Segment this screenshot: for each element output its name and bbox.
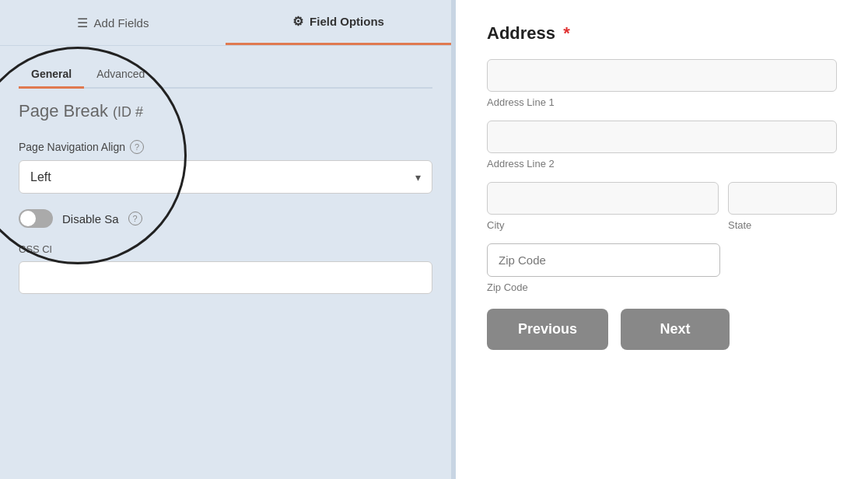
zip-input[interactable] <box>487 243 720 277</box>
field-options-label: Field Options <box>310 15 384 28</box>
navigation-alignment-help-icon[interactable]: ? <box>130 140 144 154</box>
address-line2-input[interactable] <box>487 121 837 153</box>
state-label: State <box>728 219 837 231</box>
field-id: (ID # <box>113 104 143 120</box>
address-line1-input[interactable] <box>487 59 837 92</box>
sub-tab-general-label: General <box>31 68 72 80</box>
next-button[interactable]: Next <box>621 309 730 350</box>
toggle-knob <box>20 211 36 226</box>
required-star: * <box>563 23 570 43</box>
navigation-alignment-select[interactable]: Left Center Right <box>19 161 432 193</box>
sub-tab-general[interactable]: General <box>19 61 84 89</box>
city-label: City <box>487 219 719 231</box>
tab-bar: ☰ Add Fields ⚙ Field Options <box>0 0 451 46</box>
disable-section-toggle[interactable] <box>19 209 53 228</box>
disable-section-label: Disable Sa <box>62 212 119 226</box>
sub-tabs: General Advanced <box>19 61 432 89</box>
navigation-alignment-select-wrapper: Left Center Right ▾ <box>19 160 432 194</box>
zip-label: Zip Code <box>487 281 837 293</box>
disable-section-row: Disable Sa ? <box>19 209 432 228</box>
add-fields-label: Add Fields <box>94 16 149 30</box>
navigation-alignment-group: Page Navigation Align ? Left Center Righ… <box>19 140 432 194</box>
address-line2-label: Address Line 2 <box>487 158 837 170</box>
left-panel: ☰ Add Fields ⚙ Field Options General Adv… <box>0 0 451 479</box>
tab-field-options[interactable]: ⚙ Field Options <box>226 0 451 45</box>
field-options-icon: ⚙ <box>292 14 303 29</box>
sub-tab-advanced[interactable]: Advanced <box>84 61 157 87</box>
previous-button[interactable]: Previous <box>487 309 608 350</box>
address-line1-label: Address Line 1 <box>487 96 837 108</box>
right-panel: Address * Address Line 1 Address Line 2 … <box>456 0 868 479</box>
tab-add-fields[interactable]: ☰ Add Fields <box>0 0 226 45</box>
nav-buttons: Previous Next <box>487 309 837 350</box>
state-input[interactable]: Alabama <box>728 182 837 215</box>
panel-content: General Advanced Page Break (ID # Page N… <box>0 46 451 479</box>
sub-tab-advanced-label: Advanced <box>96 68 145 80</box>
field-title: Page Break (ID # <box>19 101 432 121</box>
navigation-alignment-label: Page Navigation Align ? <box>19 140 432 154</box>
disable-section-help-icon[interactable]: ? <box>128 212 142 226</box>
css-class-input[interactable] <box>19 261 432 294</box>
city-state-labels: City State <box>487 219 837 231</box>
css-class-group: CSS Cl <box>19 243 432 294</box>
city-input[interactable] <box>487 182 719 215</box>
css-class-label: CSS Cl <box>19 243 432 255</box>
city-state-row: Alabama <box>487 182 837 215</box>
address-title: Address * <box>487 23 837 44</box>
add-fields-icon: ☰ <box>77 16 88 30</box>
